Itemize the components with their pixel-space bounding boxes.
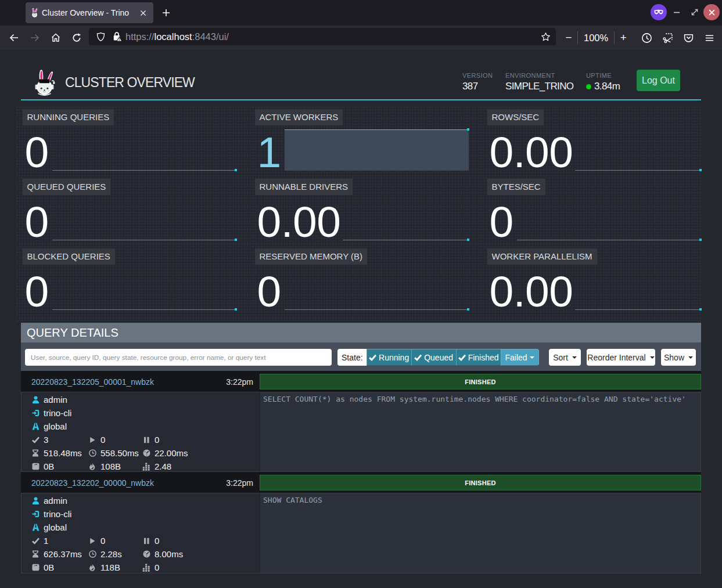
screenshot-icon[interactable] bbox=[658, 28, 677, 47]
private-browsing-icon bbox=[651, 4, 667, 20]
url-path: :8443/ui/ bbox=[192, 31, 229, 42]
cpu-time-value: 2.28s bbox=[100, 549, 122, 559]
shield-icon[interactable] bbox=[91, 27, 110, 46]
query-search-input[interactable] bbox=[25, 349, 332, 366]
environment-label: ENVIRONMENT bbox=[505, 72, 574, 79]
wall-time-stat: 626.37ms bbox=[31, 547, 82, 561]
clock-icon bbox=[88, 550, 96, 558]
uptime-value: 3.84m bbox=[594, 81, 620, 92]
completed-splits-value: 3 bbox=[44, 435, 48, 445]
bookmark-star-icon[interactable] bbox=[536, 27, 555, 46]
state-filter-running[interactable]: Running bbox=[367, 349, 412, 366]
cumulative-memory-stat: 108B bbox=[88, 460, 121, 473]
hud-label: WORKER PARALLELISM bbox=[487, 248, 597, 265]
sparkline bbox=[285, 309, 469, 310]
gauge-icon bbox=[142, 550, 150, 558]
reload-button[interactable] bbox=[67, 28, 86, 47]
parallelism-bars-icon bbox=[142, 564, 150, 572]
check-icon bbox=[369, 353, 376, 361]
cumulative-memory-value: 118B bbox=[100, 562, 120, 572]
current-memory-value: 0B bbox=[44, 461, 54, 471]
state-filter-queued[interactable]: Queued bbox=[411, 349, 457, 366]
zoom-in-button[interactable]: + bbox=[617, 31, 629, 44]
history-clock-icon[interactable] bbox=[637, 28, 656, 47]
cpu-time-value: 558.50ms bbox=[100, 448, 139, 458]
hud-panel-blocked-queries: BLOCKED QUERIES 0 bbox=[22, 246, 236, 316]
state-filter-label: State: bbox=[337, 349, 367, 366]
sparkline bbox=[575, 309, 701, 310]
window-close-button[interactable] bbox=[703, 4, 720, 20]
play-icon bbox=[88, 437, 96, 443]
pause-icon bbox=[142, 538, 150, 544]
sparkline bbox=[52, 170, 236, 171]
hud-label: RUNNING QUERIES bbox=[23, 109, 114, 125]
query-status-bar: FINISHED bbox=[260, 475, 701, 490]
parallelism-value: 0 bbox=[155, 562, 159, 572]
parallelism-stat: 2.48 bbox=[142, 460, 171, 473]
wall-time-value: 518.48ms bbox=[44, 448, 82, 458]
query-id-link[interactable]: 20220823_132202_00000_nwbzk bbox=[31, 478, 154, 488]
reorder-interval-label: Reorder Interval bbox=[587, 353, 645, 362]
check-icon bbox=[458, 353, 466, 361]
sort-label: Sort bbox=[553, 353, 568, 362]
url-host: localhost bbox=[155, 31, 192, 42]
show-dropdown[interactable]: Show bbox=[661, 349, 696, 366]
back-button[interactable] bbox=[5, 28, 23, 47]
lock-warning-icon[interactable] bbox=[110, 27, 125, 46]
zoom-level[interactable]: 100% bbox=[584, 33, 608, 44]
url-bar[interactable]: https://localhost:8443/ui/ bbox=[89, 28, 556, 45]
query-sql-text: SHOW CATALOGS bbox=[263, 496, 322, 504]
hud-panel-reserved-memory: RESERVED MEMORY (B) 0 bbox=[254, 246, 469, 316]
browser-titlebar: Cluster Overview - Trino bbox=[0, 0, 722, 26]
window-minimize-button[interactable] bbox=[669, 5, 684, 20]
hud-panel-queued-queries: QUEUED QUERIES 0 bbox=[22, 176, 236, 246]
reorder-interval-dropdown[interactable]: Reorder Interval bbox=[587, 349, 655, 366]
hud-label: RUNNABLE DRIVERS bbox=[255, 179, 353, 195]
query-time: 3:22pm bbox=[214, 478, 253, 488]
hud-value: 0.00 bbox=[257, 205, 341, 239]
caret-down-icon bbox=[572, 356, 577, 359]
hud-panel-runnable-drivers: RUNNABLE DRIVERS 0.00 bbox=[254, 176, 469, 246]
check-icon bbox=[31, 436, 39, 443]
logout-button[interactable]: Log Out bbox=[637, 70, 680, 91]
sort-dropdown[interactable]: Sort bbox=[549, 349, 581, 366]
query-resource-group: global bbox=[44, 421, 67, 431]
environment-value: SIMPLE_TRINO bbox=[505, 81, 574, 92]
menu-hamburger-icon[interactable] bbox=[700, 28, 719, 47]
running-splits-stat: 0 bbox=[88, 433, 105, 446]
queued-splits-stat: 0 bbox=[142, 433, 159, 446]
fire-icon bbox=[88, 564, 96, 571]
hud-value: 0 bbox=[25, 275, 49, 308]
completed-splits-stat: 3 bbox=[31, 433, 48, 446]
query-card-header: 20220823_132202_00000_nwbzk 3:22pm FINIS… bbox=[21, 472, 701, 493]
home-button[interactable] bbox=[46, 28, 65, 47]
query-card-header: 20220823_132205_00001_nwbzk 3:22pm FINIS… bbox=[21, 371, 701, 392]
cpu-time-stat: 558.50ms bbox=[88, 446, 139, 460]
hourglass-icon bbox=[31, 550, 39, 558]
query-source-row: trino-cli bbox=[31, 406, 71, 420]
forward-button[interactable] bbox=[26, 28, 44, 47]
hud-label: BLOCKED QUERIES bbox=[23, 248, 115, 265]
hud-label: ACTIVE WORKERS bbox=[255, 109, 343, 125]
state-filter-failed-dropdown[interactable]: Failed bbox=[501, 349, 539, 366]
execution-time-stat: 22.00ms bbox=[142, 446, 188, 460]
current-memory-stat: 0B bbox=[31, 561, 54, 574]
completed-splits-stat: 1 bbox=[31, 534, 48, 547]
hud-panel-active-workers: ACTIVE WORKERS 1 bbox=[254, 107, 469, 176]
source-login-icon bbox=[31, 510, 39, 518]
state-filter-finished[interactable]: Finished bbox=[456, 349, 501, 366]
hud-value: 0 bbox=[490, 205, 513, 239]
current-memory-value: 0B bbox=[44, 562, 54, 572]
completed-splits-value: 1 bbox=[44, 536, 48, 546]
query-id-link[interactable]: 20220823_132205_00001_nwbzk bbox=[31, 377, 154, 387]
parallelism-bars-icon bbox=[142, 463, 150, 471]
zoom-out-button[interactable]: − bbox=[563, 31, 574, 44]
state-button-label: Queued bbox=[424, 353, 453, 362]
pocket-icon[interactable] bbox=[679, 28, 698, 47]
parallelism-stat: 0 bbox=[142, 561, 159, 574]
window-maximize-button[interactable] bbox=[687, 5, 702, 20]
url-text[interactable]: https://localhost:8443/ui/ bbox=[125, 31, 229, 42]
state-button-label: Running bbox=[379, 353, 409, 362]
sparkline bbox=[52, 240, 236, 240]
scale-icon bbox=[31, 463, 39, 470]
